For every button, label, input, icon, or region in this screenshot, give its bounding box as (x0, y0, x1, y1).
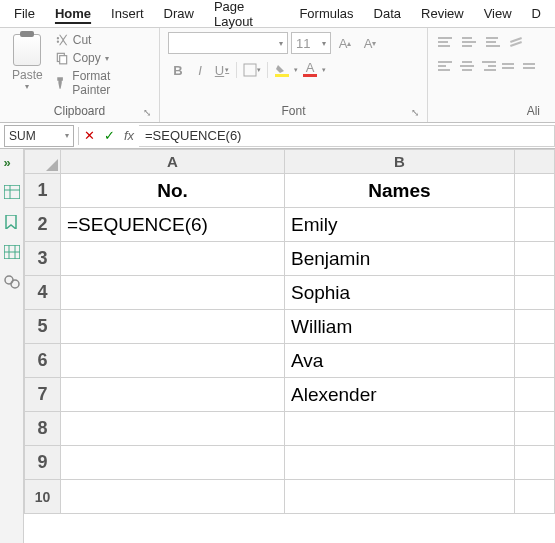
menu-tab-data[interactable]: Data (364, 2, 411, 25)
row-header[interactable]: 7 (25, 378, 61, 412)
cell[interactable] (285, 480, 515, 514)
menu-tab-view[interactable]: View (474, 2, 522, 25)
format-painter-button[interactable]: Format Painter (53, 68, 151, 98)
cut-button[interactable]: Cut (53, 32, 151, 48)
cell[interactable] (61, 242, 285, 276)
column-header-c[interactable] (515, 150, 555, 174)
align-left-button[interactable] (436, 56, 455, 76)
cell[interactable] (61, 378, 285, 412)
align-center-button[interactable] (457, 56, 476, 76)
cell[interactable] (515, 446, 555, 480)
decrease-indent-button[interactable] (500, 56, 519, 76)
bookmark-icon[interactable] (4, 215, 20, 229)
find-icon[interactable] (4, 275, 20, 289)
chevron-down-icon[interactable]: ▾ (65, 131, 69, 140)
cell[interactable] (285, 446, 515, 480)
menu-tab-file[interactable]: File (4, 2, 45, 25)
cell[interactable]: Benjamin (285, 242, 515, 276)
row-header[interactable]: 2 (25, 208, 61, 242)
svg-point-11 (11, 280, 19, 288)
cell[interactable] (61, 344, 285, 378)
format-painter-label: Format Painter (72, 69, 149, 97)
increase-indent-button[interactable] (521, 56, 540, 76)
chevron-down-icon: ▾ (257, 66, 261, 74)
cell-editing[interactable]: =SEQUENCE(6) (61, 208, 285, 242)
underline-button[interactable]: U▾ (212, 60, 232, 80)
font-name-select[interactable]: ▾ (168, 32, 288, 54)
table-icon[interactable] (4, 245, 20, 259)
insert-function-button[interactable]: fx (119, 128, 139, 143)
menu-tab-more[interactable]: D (522, 2, 551, 25)
menu-tab-review[interactable]: Review (411, 2, 474, 25)
row-header[interactable]: 1 (25, 174, 61, 208)
row-header[interactable]: 3 (25, 242, 61, 276)
cell[interactable] (61, 310, 285, 344)
cell[interactable] (515, 174, 555, 208)
chevron-down-icon[interactable]: ▾ (25, 82, 29, 91)
cell[interactable]: Names (285, 174, 515, 208)
chevron-down-icon[interactable]: ▾ (322, 66, 326, 74)
dialog-launcher-icon[interactable]: ⤡ (143, 107, 151, 118)
name-box[interactable]: SUM ▾ (4, 125, 74, 147)
cell[interactable] (61, 276, 285, 310)
column-header-a[interactable]: A (61, 150, 285, 174)
cell[interactable] (515, 378, 555, 412)
menu-tab-home[interactable]: Home (45, 2, 101, 25)
cell[interactable] (515, 310, 555, 344)
menu-tab-formulas[interactable]: Formulas (289, 2, 363, 25)
cell[interactable]: Ava (285, 344, 515, 378)
row-header[interactable]: 4 (25, 276, 61, 310)
cell[interactable]: Sophia (285, 276, 515, 310)
chevron-down-icon[interactable]: ▾ (105, 54, 109, 63)
fill-color-button[interactable] (272, 60, 292, 80)
row-header[interactable]: 6 (25, 344, 61, 378)
row-header[interactable]: 5 (25, 310, 61, 344)
borders-button[interactable]: ▾ (241, 60, 263, 80)
sheet-icon[interactable] (4, 185, 20, 199)
menu-tab-insert[interactable]: Insert (101, 2, 154, 25)
increase-font-button[interactable]: A▴ (334, 32, 356, 54)
font-size-value: 11 (296, 36, 310, 51)
spreadsheet-grid[interactable]: A B 1No.Names 2=SEQUENCE(6)Emily 3Benjam… (24, 149, 555, 543)
cell[interactable]: Emily (285, 208, 515, 242)
cell[interactable] (285, 412, 515, 446)
accept-formula-button[interactable]: ✓ (99, 128, 119, 143)
align-right-button[interactable] (478, 56, 497, 76)
align-top-button[interactable] (436, 32, 458, 52)
row-header[interactable]: 9 (25, 446, 61, 480)
cell[interactable] (515, 412, 555, 446)
font-size-select[interactable]: 11▾ (291, 32, 331, 54)
align-middle-button[interactable] (460, 32, 482, 52)
dialog-launcher-icon[interactable]: ⤡ (411, 107, 419, 118)
cell[interactable] (61, 480, 285, 514)
align-bottom-button[interactable] (484, 32, 506, 52)
ribbon-group-font: ▾ 11▾ A▴ A▾ B I U▾ ▾ ▾ A ▾ Font ⤡ (160, 28, 428, 122)
chevron-down-icon[interactable]: ▾ (294, 66, 298, 74)
cell[interactable] (515, 208, 555, 242)
font-color-button[interactable]: A (300, 60, 320, 80)
row-header[interactable]: 10 (25, 480, 61, 514)
formula-input[interactable]: =SEQUENCE(6) (139, 125, 555, 147)
expand-panel-icon[interactable]: » (4, 155, 20, 169)
cell[interactable]: William (285, 310, 515, 344)
cell[interactable] (515, 242, 555, 276)
bold-button[interactable]: B (168, 60, 188, 80)
menu-tab-draw[interactable]: Draw (154, 2, 204, 25)
cancel-formula-button[interactable]: ✕ (79, 128, 99, 143)
decrease-font-button[interactable]: A▾ (359, 32, 381, 54)
column-header-b[interactable]: B (285, 150, 515, 174)
row-header[interactable]: 8 (25, 412, 61, 446)
cell[interactable] (61, 446, 285, 480)
cell[interactable]: No. (61, 174, 285, 208)
cell[interactable] (515, 480, 555, 514)
cell[interactable] (515, 344, 555, 378)
copy-button[interactable]: Copy ▾ (53, 50, 151, 66)
paste-button[interactable]: Paste ▾ (8, 32, 47, 102)
orientation-button[interactable] (508, 32, 530, 52)
italic-button[interactable]: I (190, 60, 210, 80)
cell[interactable] (515, 276, 555, 310)
cell[interactable] (61, 412, 285, 446)
bucket-icon (276, 63, 288, 73)
select-all-corner[interactable] (25, 150, 61, 174)
cell[interactable]: Alexender (285, 378, 515, 412)
